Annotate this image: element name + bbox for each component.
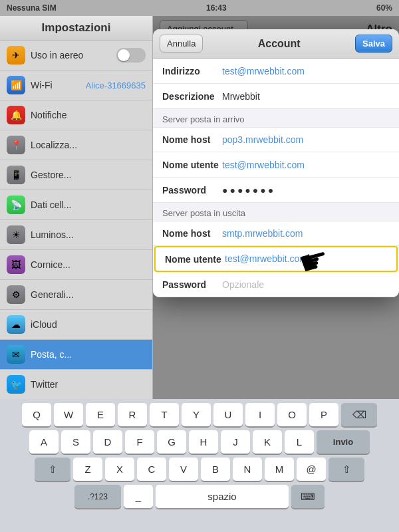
keyboard-row-2: ⇧ZXCVBNM@⇧ bbox=[2, 458, 397, 481]
key-k[interactable]: K bbox=[253, 430, 282, 454]
key-w[interactable]: W bbox=[54, 403, 83, 427]
key-m[interactable]: M bbox=[265, 458, 294, 481]
key-f[interactable]: F bbox=[125, 430, 154, 454]
key-spazio[interactable]: spazio bbox=[156, 485, 289, 509]
modal-field-label-modal-outgoing-fields-2: Password bbox=[162, 279, 222, 290]
key-_[interactable]: @ bbox=[297, 458, 326, 481]
sidebar-label-icloud: iCloud bbox=[31, 319, 146, 330]
keyboard-row-1: ASDFGHJKLinvio bbox=[2, 430, 397, 454]
incoming-section-title: Server posta in arrivo bbox=[153, 109, 399, 127]
key-a[interactable]: A bbox=[29, 430, 59, 454]
sidebar-item-icloud[interactable]: ☁iCloud bbox=[0, 310, 152, 340]
sidebar-label-gestore: Gestore... bbox=[31, 170, 146, 180]
key-_[interactable]: _ bbox=[124, 485, 153, 509]
key-j[interactable]: J bbox=[221, 430, 250, 454]
sidebar-label-posta: Posta, c... bbox=[31, 349, 146, 360]
sidebar-item-dati[interactable]: 📡Dati cell... bbox=[0, 190, 152, 220]
key-h[interactable]: H bbox=[189, 430, 218, 454]
keyboard-row-0: QWERTYUIOP⌫ bbox=[2, 403, 397, 427]
key-_[interactable]: ⌨ bbox=[291, 485, 325, 509]
key-c[interactable]: C bbox=[137, 458, 166, 481]
key-invio[interactable]: invio bbox=[317, 430, 370, 454]
sidebar-item-gestore[interactable]: 📱Gestore... bbox=[0, 160, 152, 190]
modal-cancel-button[interactable]: Annulla bbox=[160, 35, 203, 53]
sidebar-label-generali: Generali... bbox=[31, 289, 146, 300]
modal-field-label-modal-incoming-fields-1: Nome utente bbox=[162, 160, 222, 170]
status-bar: Nessuna SIM 16:43 60% bbox=[0, 0, 399, 16]
keyboard-row-3: .?123_spazio⌨ bbox=[2, 485, 397, 509]
sidebar-item-generali[interactable]: ⚙Generali... bbox=[0, 280, 152, 310]
modal-field-label-modal-basic-fields-0: Indirizzo bbox=[162, 66, 222, 76]
key-_[interactable]: ⇧ bbox=[35, 458, 70, 481]
toggle-aereo[interactable] bbox=[116, 48, 146, 63]
key-e[interactable]: E bbox=[86, 403, 115, 427]
modal-field-label-modal-outgoing-fields-1: Nome utente bbox=[165, 254, 225, 265]
modal-row-modal-incoming-fields-2: Password●●●●●●● bbox=[153, 178, 399, 203]
key-l[interactable]: L bbox=[285, 430, 314, 454]
modal-header: Annulla Account Salva bbox=[153, 29, 399, 59]
modal-row-modal-basic-fields-1: DescrizioneMrwebbit bbox=[153, 84, 399, 109]
sidebar-item-twitter[interactable]: 🐦Twitter bbox=[0, 370, 152, 399]
key-u[interactable]: U bbox=[213, 403, 243, 427]
sidebar-item-cornice[interactable]: 🖼Cornice... bbox=[0, 250, 152, 280]
modal-field-label-modal-outgoing-fields-0: Nome host bbox=[162, 228, 222, 239]
sidebar-label-luminos: Luminos... bbox=[31, 229, 146, 240]
localizza-icon: 📍 bbox=[7, 136, 25, 154]
key-o[interactable]: O bbox=[277, 403, 307, 427]
sidebar-item-aereo[interactable]: ✈Uso in aereo bbox=[0, 41, 152, 70]
luminos-icon: ☀ bbox=[7, 225, 25, 244]
generali-icon: ⚙ bbox=[7, 285, 25, 304]
key-n[interactable]: N bbox=[233, 458, 262, 481]
sidebar-label-dati: Dati cell... bbox=[31, 200, 146, 210]
sidebar-label-twitter: Twitter bbox=[31, 379, 146, 390]
modal-field-label-modal-incoming-fields-0: Nome host bbox=[162, 134, 222, 145]
sidebar-label-wifi: Wi-Fi bbox=[31, 80, 83, 90]
modal-field-label-modal-basic-fields-1: Descrizione bbox=[162, 91, 222, 102]
gestore-icon: 📱 bbox=[7, 166, 25, 184]
modal-row-modal-outgoing-fields-1[interactable]: Nome utentetest@mrwebbit.com bbox=[154, 246, 398, 272]
key-_[interactable]: ⌫ bbox=[341, 403, 377, 427]
battery-label: 60% bbox=[376, 3, 392, 13]
key-b[interactable]: B bbox=[201, 458, 230, 481]
sidebar-item-luminos[interactable]: ☀Luminos... bbox=[0, 220, 152, 250]
sidebar-item-wifi[interactable]: 📶Wi-FiAlice-31669635 bbox=[0, 70, 152, 100]
aereo-icon: ✈ bbox=[7, 46, 25, 65]
key-r[interactable]: R bbox=[118, 403, 147, 427]
keyboard: QWERTYUIOP⌫ASDFGHJKLinvio⇧ZXCVBNM@⇧.?123… bbox=[0, 399, 399, 532]
key-x[interactable]: X bbox=[105, 458, 134, 481]
modal-row-modal-incoming-fields-0: Nome hostpop3.mrwebbit.com bbox=[153, 127, 399, 152]
sidebar-label-localizza: Localizza... bbox=[31, 140, 146, 150]
key-d[interactable]: D bbox=[93, 430, 122, 454]
modal-field-value-modal-incoming-fields-2: ●●●●●●● bbox=[222, 185, 390, 196]
carrier-label: Nessuna SIM bbox=[7, 3, 57, 13]
modal-row-modal-basic-fields-0: Indirizzotest@mrwebbit.com bbox=[153, 59, 399, 84]
account-modal: Annulla Account Salva Indirizzotest@mrwe… bbox=[153, 29, 399, 297]
key-p[interactable]: P bbox=[309, 403, 338, 427]
key-s[interactable]: S bbox=[61, 430, 90, 454]
notifiche-icon: 🔔 bbox=[7, 106, 25, 124]
key-g[interactable]: G bbox=[157, 430, 186, 454]
modal-row-modal-outgoing-fields-0: Nome hostsmtp.mrwebbit.com bbox=[153, 221, 399, 246]
key-__123[interactable]: .?123 bbox=[74, 485, 121, 509]
key-_[interactable]: ⇧ bbox=[329, 458, 364, 481]
cornice-icon: 🖼 bbox=[7, 255, 25, 274]
modal-field-value-modal-outgoing-fields-0: smtp.mrwebbit.com bbox=[222, 228, 390, 239]
key-i[interactable]: I bbox=[245, 403, 275, 427]
dati-icon: 📡 bbox=[7, 196, 25, 214]
key-q[interactable]: Q bbox=[22, 403, 51, 427]
sidebar-item-notifiche[interactable]: 🔔Notifiche bbox=[0, 100, 152, 130]
sidebar-item-localizza[interactable]: 📍Localizza... bbox=[0, 130, 152, 160]
modal-save-button[interactable]: Salva bbox=[355, 35, 392, 53]
key-y[interactable]: Y bbox=[182, 403, 211, 427]
key-z[interactable]: Z bbox=[73, 458, 102, 481]
posta-icon: ✉ bbox=[7, 345, 25, 364]
sidebar-value-wifi: Alice-31669635 bbox=[86, 80, 146, 90]
sidebar-title: Impostazioni bbox=[0, 16, 152, 41]
modal-field-value-modal-outgoing-fields-1: test@mrwebbit.com bbox=[225, 253, 387, 265]
main-content: Aggiungi account... Altro Posta Aggiungi… bbox=[153, 16, 399, 399]
sidebar: Impostazioni ✈Uso in aereo📶Wi-FiAlice-31… bbox=[0, 16, 153, 399]
key-t[interactable]: T bbox=[150, 403, 179, 427]
sidebar-label-aereo: Uso in aereo bbox=[31, 50, 116, 61]
key-v[interactable]: V bbox=[169, 458, 198, 481]
sidebar-item-posta[interactable]: ✉Posta, c... bbox=[0, 340, 152, 370]
